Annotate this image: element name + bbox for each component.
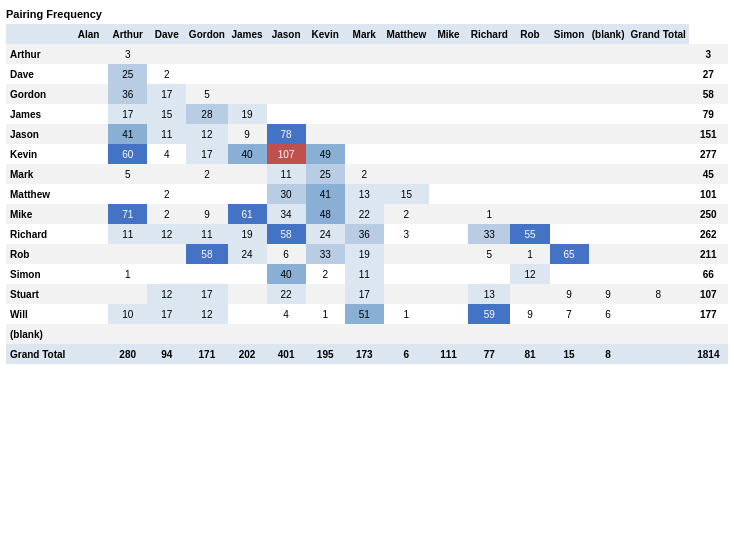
cell-value: [550, 64, 589, 84]
cell-value: [186, 64, 227, 84]
cell-value: [186, 264, 227, 284]
cell-value: [589, 324, 628, 344]
cell-value: 11: [108, 224, 147, 244]
grand-total-cell: 111: [429, 344, 468, 364]
cell-value: 10: [108, 304, 147, 324]
cell-value: [628, 204, 689, 224]
cell-value: [628, 224, 689, 244]
cell-value: [468, 104, 510, 124]
grand-total-cell: 77: [468, 344, 510, 364]
cell-value: [69, 264, 108, 284]
cell-value: 51: [345, 304, 384, 324]
main-container: Pairing Frequency Alan Arthur Dave Gordo…: [0, 0, 734, 372]
row-total: 250: [689, 204, 728, 224]
cell-value: [384, 64, 429, 84]
cell-value: [69, 164, 108, 184]
cell-value: [550, 164, 589, 184]
row-total: 262: [689, 224, 728, 244]
cell-value: [108, 324, 147, 344]
cell-value: [628, 304, 689, 324]
cell-value: 12: [510, 264, 549, 284]
cell-value: [147, 44, 186, 64]
cell-value: 2: [384, 204, 429, 224]
cell-value: [108, 244, 147, 264]
grand-total-value: 1814: [689, 344, 728, 364]
cell-value: [69, 244, 108, 264]
cell-value: [429, 124, 468, 144]
row-label: Simon: [6, 264, 69, 284]
cell-value: [384, 144, 429, 164]
cell-value: [589, 164, 628, 184]
cell-value: 60: [108, 144, 147, 164]
row-label: Rob: [6, 244, 69, 264]
header-row: Alan Arthur Dave Gordon James Jason Kevi…: [6, 24, 728, 44]
col-header-richard: Richard: [468, 24, 510, 44]
cell-value: 4: [267, 304, 306, 324]
cell-value: [306, 124, 345, 144]
cell-value: [429, 324, 468, 344]
cell-value: 41: [306, 184, 345, 204]
cell-value: [147, 244, 186, 264]
row-total: 79: [689, 104, 728, 124]
col-header-gordon: Gordon: [186, 24, 227, 44]
cell-value: [628, 244, 689, 264]
cell-value: 3: [108, 44, 147, 64]
row-total: 211: [689, 244, 728, 264]
row-label: Stuart: [6, 284, 69, 304]
grand-total-row: Grand Total28094171202401195173611177811…: [6, 344, 728, 364]
cell-value: 61: [228, 204, 267, 224]
cell-value: 33: [468, 224, 510, 244]
row-total: 177: [689, 304, 728, 324]
table-row: Kevin604174010749277: [6, 144, 728, 164]
cell-value: [228, 324, 267, 344]
cell-value: [345, 324, 384, 344]
cell-value: 36: [345, 224, 384, 244]
cell-value: [429, 44, 468, 64]
grand-total-cell: 8: [589, 344, 628, 364]
cell-value: [550, 84, 589, 104]
grand-total-cell: 401: [267, 344, 306, 364]
chart-title: Pairing Frequency: [6, 8, 728, 20]
cell-value: 5: [186, 84, 227, 104]
cell-value: [429, 64, 468, 84]
row-label: Arthur: [6, 44, 69, 64]
table-row: Dave25227: [6, 64, 728, 84]
cell-value: [429, 84, 468, 104]
cell-value: [550, 184, 589, 204]
grand-total-cell: [628, 344, 689, 364]
cell-value: 55: [510, 224, 549, 244]
col-header-kevin: Kevin: [306, 24, 345, 44]
cell-value: [306, 104, 345, 124]
cell-value: [384, 124, 429, 144]
cell-value: 22: [267, 284, 306, 304]
cell-value: [228, 164, 267, 184]
cell-value: [345, 144, 384, 164]
cell-value: [510, 104, 549, 124]
cell-value: [550, 44, 589, 64]
cell-value: 2: [306, 264, 345, 284]
cell-value: [589, 64, 628, 84]
cell-value: 2: [186, 164, 227, 184]
cell-value: [384, 264, 429, 284]
cell-value: [628, 324, 689, 344]
cell-value: [510, 184, 549, 204]
cell-value: 17: [147, 84, 186, 104]
cell-value: [628, 84, 689, 104]
col-header-simon: Simon: [550, 24, 589, 44]
row-label: Matthew: [6, 184, 69, 204]
cell-value: 58: [267, 224, 306, 244]
cell-value: 28: [186, 104, 227, 124]
cell-value: 30: [267, 184, 306, 204]
cell-value: [267, 44, 306, 64]
cell-value: 17: [108, 104, 147, 124]
cell-value: [306, 64, 345, 84]
grand-total-cell: 81: [510, 344, 549, 364]
cell-value: [345, 124, 384, 144]
cell-value: [69, 224, 108, 244]
cell-value: 5: [468, 244, 510, 264]
row-total: 107: [689, 284, 728, 304]
cell-value: [306, 44, 345, 64]
cell-value: [429, 284, 468, 304]
cell-value: [589, 224, 628, 244]
cell-value: 58: [186, 244, 227, 264]
